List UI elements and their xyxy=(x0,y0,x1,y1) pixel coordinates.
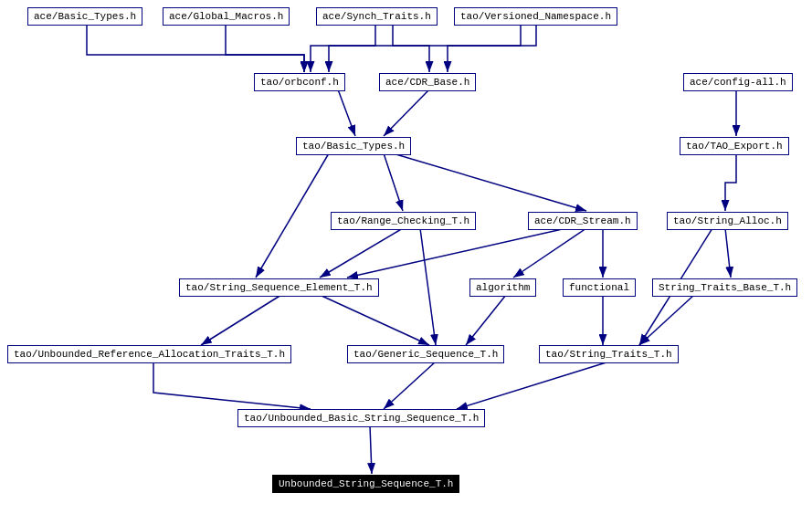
node-tao-basic-types: tao/Basic_Types.h xyxy=(296,137,411,155)
node-versioned-ns: tao/Versioned_Namespace.h xyxy=(454,7,617,26)
node-orbconf: tao/orbconf.h xyxy=(254,73,345,91)
node-ace-synch-traits: ace/Synch_Traits.h xyxy=(316,7,438,26)
node-string-traits: tao/String_Traits_T.h xyxy=(539,345,679,363)
node-algorithm: algorithm xyxy=(469,278,536,297)
node-tao-export: tao/TAO_Export.h xyxy=(680,137,789,155)
node-unbounded-string-seq: Unbounded_String_Sequence_T.h xyxy=(272,475,459,493)
node-cdr-base: ace/CDR_Base.h xyxy=(379,73,476,91)
node-string-alloc: tao/String_Alloc.h xyxy=(667,212,788,230)
node-cdr-stream: ace/CDR_Stream.h xyxy=(528,212,638,230)
node-config-all: ace/config-all.h xyxy=(683,73,793,91)
node-unbounded-basic-string-seq: tao/Unbounded_Basic_String_Sequence_T.h xyxy=(237,409,485,427)
node-string-traits-base: String_Traits_Base_T.h xyxy=(652,278,797,297)
graph-container: ace/Basic_Types.h ace/Global_Macros.h ac… xyxy=(0,0,812,514)
node-ace-basic-types: ace/Basic_Types.h xyxy=(27,7,142,26)
node-unbounded-ref: tao/Unbounded_Reference_Allocation_Trait… xyxy=(7,345,291,363)
node-generic-seq: tao/Generic_Sequence_T.h xyxy=(347,345,504,363)
node-string-seq-elem: tao/String_Sequence_Element_T.h xyxy=(179,278,379,297)
node-functional: functional xyxy=(563,278,636,297)
node-ace-global-macros: ace/Global_Macros.h xyxy=(163,7,290,26)
node-range-checking: tao/Range_Checking_T.h xyxy=(331,212,476,230)
